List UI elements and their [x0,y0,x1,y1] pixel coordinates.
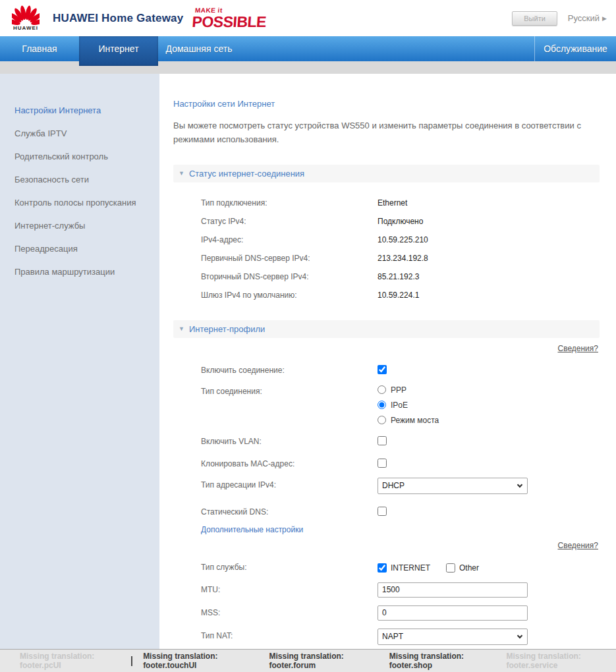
make-it-possible-logo: MAKE it POSSIBLE [192,7,267,30]
connection-type-options: PPP IPoE Режим моста [378,384,439,425]
mtu-row: MTU: [173,582,600,598]
radio-option-bridge[interactable]: Режим моста [378,416,439,425]
radio-option-ppp[interactable]: PPP [378,385,439,395]
slogan-bottom-text: POSSIBLE [192,14,267,30]
radio-label: IPoE [391,401,408,410]
status-value: 10.59.224.1 [378,291,419,300]
main-panel: Настройки сети Интернет Вы можете посмот… [159,74,616,649]
status-value: Подключено [378,217,423,226]
enable-connection-checkbox[interactable] [378,365,387,374]
language-label: Русский [568,13,600,23]
sidebar: Настройки Интернета Служба IPTV Родитель… [0,74,159,649]
ipv4-addressing-row: Тип адресации IPv4: DHCP [173,478,600,494]
sidebar-item-parental-control[interactable]: Родительский контроль [0,148,159,165]
mtu-input[interactable] [378,582,528,598]
static-dns-checkbox[interactable] [378,507,387,516]
router-admin-page: HUAWEI HUAWEI Home Gateway MAKE it POSSI… [0,0,616,672]
page-title: HUAWEI Home Gateway [53,12,183,25]
status-label: Вторичный DNS-сервер IPv4: [201,272,378,281]
status-label: Тип подключения: [201,198,378,208]
enable-connection-row: Включить соединение: [173,363,600,376]
collapse-triangle-icon: ▼ [179,170,184,177]
service-type-options: INTERNET Other [378,560,479,574]
status-section-header[interactable]: ▼ Статус интернет-соединения [173,165,600,182]
huawei-logo: HUAWEI [11,5,41,31]
footer-item-service: Missing translation: footer.service [506,652,616,670]
field-label: Включить соединение: [201,363,378,375]
static-dns-row: Статический DNS: [173,505,600,518]
header: HUAWEI HUAWEI Home Gateway MAKE it POSSI… [0,0,616,36]
status-label: Статус IPv4: [201,217,378,226]
profiles-section-title: Интернет-профили [189,324,265,334]
footer-item-touchui[interactable]: Missing translation: footer.touchUI [143,652,254,670]
chevron-right-icon: ▶ [602,15,607,22]
tab-internet[interactable]: Интернет [79,36,158,66]
status-value: Ethernet [378,198,407,208]
status-rows: Тип подключения:Ethernet Статус IPv4:Под… [173,182,600,320]
status-row: Статус IPv4:Подключено [201,212,600,231]
mss-input[interactable] [378,605,528,621]
bridge-mode-radio[interactable] [378,416,386,424]
ipoe-radio[interactable] [378,401,386,409]
other-service-checkbox[interactable] [446,563,455,573]
checkbox-label: Other [459,563,479,573]
section-title: Настройки сети Интернет [173,99,600,109]
header-right: Выйти Русский ▶ [512,11,607,26]
field-label: Тип соединения: [201,384,378,396]
enable-vlan-row: Включить VLAN: [173,434,600,447]
details-link[interactable]: Сведения? [558,541,599,550]
ipv4-addressing-select[interactable]: DHCP [378,478,528,494]
details-row: Сведения? [173,342,598,354]
field-label: MSS: [201,605,378,617]
footer-item-forum[interactable]: Missing translation: footer.forum [269,652,375,670]
footer-divider [131,656,132,666]
radio-option-ipoe[interactable]: IPoE [378,401,439,410]
sidebar-item-internet-settings[interactable]: Настройки Интернета [0,101,159,119]
status-value: 10.59.225.210 [378,235,428,244]
huawei-flower-icon [12,5,40,26]
enable-vlan-checkbox[interactable] [378,436,387,445]
status-row: Вторичный DNS-сервер IPv4:85.21.192.3 [201,267,600,286]
status-row: Шлюз IPv4 по умолчанию:10.59.224.1 [201,286,600,304]
tab-home-network[interactable]: Домашняя сеть [158,36,240,61]
sidebar-item-forwarding[interactable]: Переадресация [0,240,159,258]
sidebar-item-internet-services[interactable]: Интернет-службы [0,217,159,235]
tab-maintenance[interactable]: Обслуживание [534,36,616,61]
field-label: Тип NAT: [201,629,378,640]
tab-home[interactable]: Главная [0,36,79,61]
clone-mac-row: Клонировать MAC-адрес: [173,457,600,470]
status-label: IPv4-адрес: [201,235,378,244]
footer-item-shop[interactable]: Missing translation: footer.shop [389,652,492,670]
sidebar-item-network-security[interactable]: Безопасность сети [0,171,159,188]
content-area: Настройки Интернета Служба IPTV Родитель… [0,74,616,649]
huawei-logo-text: HUAWEI [13,25,38,31]
field-label: Статический DNS: [201,505,378,517]
status-value: 85.21.192.3 [378,272,419,281]
collapse-triangle-icon: ▼ [179,325,184,332]
status-row: Тип подключения:Ethernet [201,194,600,212]
details-link[interactable]: Сведения? [558,344,599,353]
profiles-section-header[interactable]: ▼ Интернет-профили [173,320,600,338]
internet-service-checkbox[interactable] [378,563,387,573]
nat-type-row: Тип NAT: NAPT [173,629,600,645]
language-selector[interactable]: Русский ▶ [568,13,607,23]
slogan-top-text: MAKE it [195,7,267,14]
status-row: IPv4-адрес:10.59.225.210 [201,231,600,249]
description-text: Вы можете посмотреть статус устройства W… [173,119,598,147]
connection-type-row: Тип соединения: PPP IPoE Режим моста [173,384,600,425]
status-section-title: Статус интернет-соединения [189,169,304,179]
sidebar-item-routing-rules[interactable]: Правила маршрутизации [0,263,159,281]
status-value: 213.234.192.8 [378,254,428,263]
radio-label: Режим моста [391,416,439,425]
sidebar-item-bandwidth-control[interactable]: Контроль полосы пропускания [0,194,159,211]
footer: Missing translation: footer.pcUI Missing… [0,649,616,672]
logout-button[interactable]: Выйти [512,11,557,26]
nat-type-select[interactable]: NAPT [378,629,528,645]
field-label: Тип службы: [201,560,378,572]
clone-mac-checkbox[interactable] [378,459,387,468]
status-label: Шлюз IPv4 по умолчанию: [201,291,378,300]
advanced-settings-link[interactable]: Дополнительные настройки [201,525,303,534]
sidebar-item-iptv[interactable]: Служба IPTV [0,125,159,142]
ppp-radio[interactable] [378,385,386,394]
main-nav: Главная Интернет Домашняя сеть Обслужива… [0,36,616,61]
